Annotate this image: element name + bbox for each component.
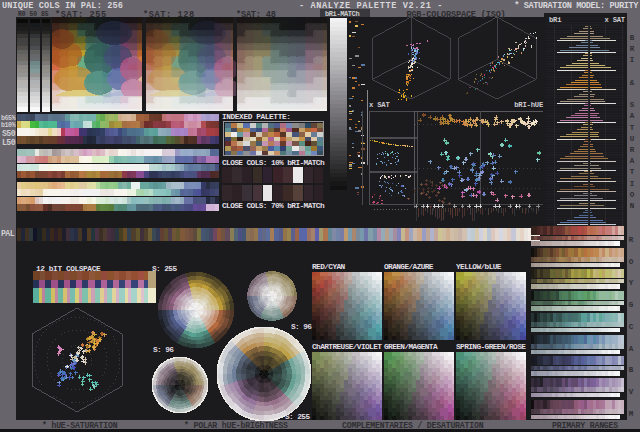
svg-text:bRI-hUE: bRI-hUE	[514, 101, 544, 109]
svg-text:x SAT: x SAT	[369, 101, 390, 109]
svg-text:&: &	[630, 79, 635, 87]
svg-text:COMPLEMENTARIES / DESATURATION: COMPLEMENTARIES / DESATURATION	[342, 421, 484, 430]
svg-text:O: O	[630, 191, 635, 199]
svg-text:I: I	[630, 180, 635, 188]
svg-text:R: R	[630, 45, 635, 53]
svg-text:x SAT: x SAT	[604, 16, 625, 24]
svg-text:M: M	[629, 410, 634, 418]
svg-text:bRi: bRi	[549, 16, 562, 24]
svg-text:PAL: PAL	[1, 229, 15, 238]
svg-text:ORANGE/AZURE: ORANGE/AZURE	[384, 263, 434, 271]
svg-text:RED/CYAN: RED/CYAN	[312, 263, 346, 271]
svg-text:L50: L50	[2, 138, 16, 147]
svg-text:* hUE-SATURATION: * hUE-SATURATION	[42, 421, 118, 430]
svg-text:GREEN/MAGENTA: GREEN/MAGENTA	[384, 343, 438, 351]
svg-text:Y: Y	[629, 279, 634, 287]
svg-text:* POLAR hUE-bRIGhTNESS: * POLAR hUE-bRIGhTNESS	[184, 421, 288, 430]
svg-text:U: U	[630, 135, 635, 143]
svg-text:b10%: b10%	[1, 122, 16, 129]
svg-text:S: S	[630, 101, 635, 109]
svg-text:B: B	[630, 34, 635, 42]
svg-text:b65%: b65%	[1, 115, 16, 122]
svg-text:PRIMARY RANGES: PRIMARY RANGES	[552, 421, 618, 430]
svg-text:YELLOW/bLUE: YELLOW/bLUE	[456, 263, 502, 271]
svg-text:T: T	[630, 168, 635, 176]
svg-text:A: A	[630, 112, 635, 120]
svg-text:CLOSE COLS: 10% bRI-MATCh: CLOSE COLS: 10% bRI-MATCh	[222, 159, 325, 167]
svg-text:A: A	[630, 157, 635, 165]
svg-text:A: A	[629, 345, 634, 353]
svg-text:* SATURATION MODEL: PURITY: * SATURATION MODEL: PURITY	[514, 1, 639, 11]
svg-text:I: I	[630, 56, 635, 64]
svg-text:R: R	[630, 146, 635, 154]
svg-text:S: 96: S: 96	[291, 323, 312, 331]
svg-text:S: 96: S: 96	[153, 346, 174, 354]
svg-text:G: G	[629, 301, 634, 309]
svg-text:C: C	[629, 323, 634, 331]
svg-text:CLOSE COLS: 70% bRI-MATCh: CLOSE COLS: 70% bRI-MATCh	[222, 202, 325, 210]
svg-text:S50: S50	[2, 129, 16, 138]
svg-text:bRi-MATCh: bRi-MATCh	[325, 10, 359, 18]
svg-text:N: N	[630, 202, 635, 210]
svg-text:V: V	[629, 388, 634, 396]
svg-text:S: 255: S: 255	[285, 413, 310, 421]
svg-text:RGB-COLORSPACE (ISO): RGB-COLORSPACE (ISO)	[406, 10, 505, 20]
svg-text:B: B	[629, 366, 634, 374]
svg-text:R: R	[629, 236, 634, 244]
svg-text:O: O	[629, 258, 634, 266]
svg-text:SPRING-GREEN/ROSE: SPRING-GREEN/ROSE	[456, 343, 526, 351]
svg-text:INDEXED PALETTE:: INDEXED PALETTE:	[222, 113, 290, 121]
svg-text:R0 50 85: R0 50 85	[18, 11, 49, 18]
svg-text:S: 255: S: 255	[152, 265, 177, 273]
svg-text:ChARTREUSE/VIOLET: ChARTREUSE/VIOLET	[312, 343, 382, 351]
svg-text:T: T	[630, 124, 635, 132]
